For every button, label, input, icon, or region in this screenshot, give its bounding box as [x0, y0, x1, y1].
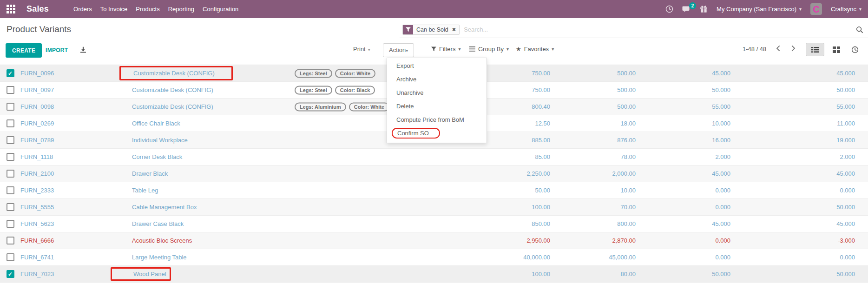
table-row[interactable]: FURN_1118Corner Desk Black85.0078.002.00… — [0, 149, 868, 165]
filters-button[interactable]: Filters▾ — [431, 46, 460, 53]
cost-cell: 78.00 — [550, 153, 636, 160]
action-dropdown-button[interactable]: Action▾ — [383, 43, 414, 57]
sales-price-cell: 40,000.00 — [480, 254, 550, 261]
gift-icon[interactable] — [700, 5, 708, 13]
search-bar[interactable]: Can be Sold ✖ Search... — [400, 21, 868, 38]
menu-item-confirm-so[interactable]: Confirm SO — [387, 126, 487, 140]
row-checkbox[interactable] — [7, 237, 14, 244]
row-checkbox[interactable] — [7, 203, 14, 211]
product-reference: FURN_5623 — [20, 220, 132, 227]
product-name-annotated: Customizable Desk (CONFIG) — [119, 66, 233, 80]
cost-cell: 18.00 — [550, 120, 636, 127]
group-by-button[interactable]: Group By▾ — [469, 46, 509, 53]
table-row[interactable]: FURN_5623Drawer Case Black850.00800.0045… — [0, 216, 868, 232]
variant-badge: Legs: Aluminium — [295, 102, 346, 111]
menu-item-archive[interactable]: Archive — [387, 73, 487, 86]
row-checkbox[interactable] — [7, 186, 14, 194]
kanban-view-icon[interactable] — [827, 43, 846, 56]
forecasted-quantity-cell: 50.000 — [730, 271, 855, 277]
print-dropdown[interactable]: Print▾ — [353, 46, 370, 53]
product-name-cell: Large Meeting Table — [132, 254, 480, 261]
activity-view-icon[interactable] — [846, 43, 864, 56]
product-reference: FURN_6666 — [20, 237, 132, 244]
menu-item-compute-price-from-bom[interactable]: Compute Price from BoM — [387, 113, 487, 126]
annotation-highlight: Confirm SO — [392, 128, 440, 139]
product-name-annotated: Wood Panel — [111, 267, 171, 281]
sales-price-cell: 50.00 — [480, 187, 550, 194]
quantity-on-hand-cell: 2.000 — [636, 153, 730, 160]
row-checkbox[interactable] — [7, 136, 14, 144]
row-checkbox[interactable] — [7, 103, 14, 111]
import-button[interactable]: IMPORT — [46, 43, 68, 58]
menu-item-delete[interactable]: Delete — [387, 99, 487, 113]
pager-range: 1-48 / 48 — [743, 46, 766, 53]
remove-filter-icon[interactable]: ✖ — [452, 25, 459, 34]
table-row[interactable]: FURN_6741Large Meeting Table40,000.0045,… — [0, 249, 868, 266]
nav-products[interactable]: Products — [132, 0, 164, 18]
create-button[interactable]: CREATE — [6, 43, 42, 58]
nav-reporting[interactable]: Reporting — [164, 0, 198, 18]
row-checkbox[interactable] — [7, 220, 14, 228]
sales-price-cell: 750.00 — [480, 86, 550, 93]
row-checkbox[interactable] — [7, 119, 14, 127]
chevron-down-icon: ▾ — [859, 7, 861, 12]
table-row[interactable]: FURN_7023Wood Panel100.0080.0050.00050.0… — [0, 266, 868, 283]
messages-icon[interactable]: 2 — [682, 6, 691, 13]
row-checkbox[interactable] — [7, 270, 14, 278]
nav-configuration[interactable]: Configuration — [198, 0, 243, 18]
row-select-cell — [0, 153, 20, 161]
product-reference: FURN_0269 — [20, 120, 132, 127]
page-title: Product Variants — [7, 24, 71, 34]
user-menu[interactable]: Craftsync ▾ — [831, 6, 861, 13]
sales-price-cell: 100.00 — [480, 271, 550, 277]
variant-badge: Legs: Steel — [295, 69, 332, 78]
control-bar: CREATE IMPORT Print▾ Action▾ Filters▾ Gr… — [0, 39, 868, 59]
chevron-down-icon: ▾ — [799, 7, 802, 12]
bars-icon — [469, 46, 475, 52]
table-row[interactable]: FURN_2100Drawer Black2,250.002,000.0045.… — [0, 165, 868, 182]
forecasted-quantity-cell: 45.000 — [730, 220, 855, 227]
nav-menu: Orders To Invoice Products Reporting Con… — [69, 0, 243, 18]
row-checkbox[interactable] — [7, 170, 14, 178]
product-reference: FURN_2333 — [20, 187, 132, 194]
row-checkbox[interactable] — [7, 86, 14, 94]
quantity-on-hand-cell: 10.000 — [636, 120, 730, 127]
avatar[interactable]: C — [810, 3, 822, 15]
row-checkbox[interactable] — [7, 253, 14, 261]
chevron-down-icon: ▾ — [458, 47, 460, 52]
activity-clock-icon[interactable] — [665, 5, 673, 13]
cost-cell: 800.00 — [550, 220, 636, 227]
apps-grid-icon[interactable] — [7, 5, 15, 13]
menu-item-export[interactable]: Export — [387, 59, 487, 73]
app-name[interactable]: Sales — [26, 4, 49, 14]
table-row[interactable]: FURN_5555Cable Management Box100.0070.00… — [0, 199, 868, 216]
list-view-icon[interactable] — [806, 43, 824, 56]
download-icon[interactable] — [80, 46, 86, 54]
favorites-button[interactable]: ★ Favorites▾ — [516, 46, 554, 53]
action-dropdown-menu: Export Archive Unarchive Delete Compute … — [387, 58, 487, 143]
row-select-cell — [0, 270, 20, 278]
product-reference: FURN_0097 — [20, 86, 132, 93]
cost-cell: 876.00 — [550, 137, 636, 144]
search-icon[interactable] — [856, 26, 863, 33]
product-name-cell: Drawer Case Black — [132, 220, 480, 227]
variant-badge: Color: White — [349, 102, 389, 111]
row-checkbox[interactable] — [7, 69, 14, 77]
row-checkbox[interactable] — [7, 153, 14, 161]
pager-next-button[interactable] — [791, 45, 796, 53]
nav-orders[interactable]: Orders — [69, 0, 96, 18]
menu-item-unarchive[interactable]: Unarchive — [387, 86, 487, 99]
company-switcher[interactable]: My Company (San Francisco) ▾ — [717, 6, 802, 13]
star-icon: ★ — [516, 46, 521, 53]
table-row[interactable]: FURN_2333Table Leg50.0010.000.0000.000 — [0, 182, 868, 199]
top-navbar: Sales Orders To Invoice Products Reporti… — [0, 0, 868, 18]
table-row[interactable]: FURN_6666Acoustic Bloc Screens2,950.002,… — [0, 232, 868, 249]
pager-previous-button[interactable] — [776, 45, 780, 53]
sales-price-cell: 2,250.00 — [480, 170, 550, 177]
nav-to-invoice[interactable]: To Invoice — [96, 0, 132, 18]
product-name-cell: Cable Management Box — [132, 204, 480, 211]
product-name: Office Chair Black — [132, 120, 180, 127]
forecasted-quantity-cell: 0.000 — [730, 254, 855, 261]
product-name-cell: Acoustic Bloc Screens — [132, 237, 480, 244]
chevron-down-icon: ▾ — [368, 47, 370, 52]
